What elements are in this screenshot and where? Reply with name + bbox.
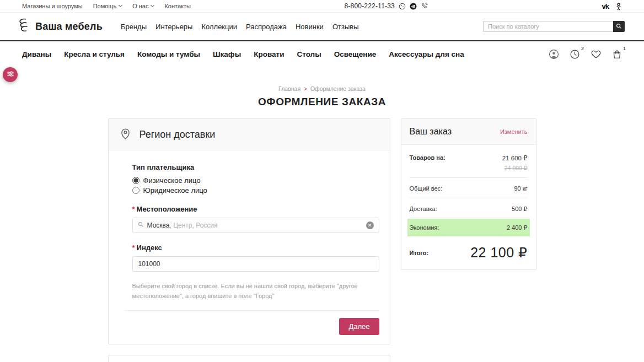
chevron-down-icon [151, 3, 154, 7]
region-panel: Регион доставки Тип плательщика Физическ… [108, 118, 390, 344]
cat-link-beds[interactable]: Кровати [254, 50, 284, 58]
topbar-link-about[interactable]: О нас [132, 3, 154, 9]
order-row-label: Товаров на: [410, 154, 446, 171]
order-delivery-value: 500 ₽ [512, 206, 527, 213]
page-title: ОФОРМЛЕНИЕ ЗАКАЗА [0, 96, 644, 108]
breadcrumb-current: Оформление заказа [310, 85, 366, 92]
topbar-link-stores[interactable]: Магазины и шоурумы [22, 3, 83, 9]
location-pin-icon [120, 127, 131, 142]
cart-icon[interactable]: 1 [612, 49, 622, 60]
order-weight-value: 90 кг [514, 185, 527, 192]
order-savings-value: 2 400 ₽ [507, 224, 528, 231]
topbar-link-help[interactable]: Помощь [93, 3, 122, 9]
order-total-row: Итого: 22 100 ₽ [410, 236, 528, 269]
radio-legal-label: Юридическое лицо [143, 186, 207, 194]
delivery-panel[interactable]: Доставка [108, 355, 390, 362]
odnoklassniki-icon[interactable] [615, 2, 622, 10]
order-row-items-total: Товаров на: 21 600 ₽ 24 000 ₽ [410, 147, 528, 178]
category-links: Диваны Кресла и стулья Комоды и тумбы Шк… [22, 50, 464, 58]
order-row-label: Доставка: [410, 206, 437, 213]
account-icon[interactable] [549, 49, 559, 60]
order-row-weight: Общий вес: 90 кг [410, 178, 528, 198]
radio-legal[interactable]: Юридическое лицо [132, 186, 379, 194]
region-form: Тип плательщика Физическое лицо Юридичес… [109, 150, 390, 344]
region-panel-header: Регион доставки [109, 119, 390, 150]
nav-link-new[interactable]: Новинки [296, 23, 324, 31]
nav-link-collections[interactable]: Коллекции [201, 23, 237, 31]
payer-type-radios: Физическое лицо Юридическое лицо [132, 176, 379, 194]
checkout-steps-column: Регион доставки Тип плательщика Физическ… [108, 118, 390, 362]
header-action-icons: 2 1 [549, 49, 622, 60]
region-panel-footer: Далее [125, 310, 379, 344]
postal-index-input[interactable] [132, 256, 379, 272]
order-summary-body: Товаров на: 21 600 ₽ 24 000 ₽ Общий вес:… [401, 145, 536, 269]
radio-individual-label: Физическое лицо [143, 176, 201, 185]
floating-settings-button[interactable] [3, 67, 18, 82]
search-bar [483, 21, 625, 32]
phone-group: 8-800-222-11-33 [344, 2, 428, 10]
cat-link-chairs[interactable]: Кресла и стулья [64, 50, 125, 58]
checkout-main: Регион доставки Тип плательщика Физическ… [0, 118, 644, 362]
edit-order-link[interactable]: Изменить [500, 128, 528, 135]
order-row-savings: Экономия: 2 400 ₽ [407, 219, 530, 236]
order-total-label: Итого: [410, 250, 429, 256]
history-badge: 2 [581, 46, 584, 51]
logo-icon [17, 18, 30, 36]
location-label: *Местоположение [132, 205, 379, 213]
next-button[interactable]: Далее [339, 318, 379, 335]
nav-link-brands[interactable]: Бренды [121, 23, 147, 31]
logo[interactable]: Ваша мебель [17, 18, 103, 36]
vk-icon[interactable]: vk [602, 2, 609, 10]
order-total-value: 22 100 ₽ [470, 245, 527, 261]
cat-link-wardrobes[interactable]: Шкафы [213, 50, 241, 58]
breadcrumb-separator: > [304, 86, 307, 92]
cat-link-sleep-accessories[interactable]: Аксессуары для сна [389, 50, 464, 58]
radio-individual-input[interactable] [132, 177, 139, 184]
cat-link-sofas[interactable]: Диваны [22, 50, 51, 58]
phone-number[interactable]: 8-800-222-11-33 [344, 2, 395, 10]
input-search-icon [138, 221, 144, 229]
topbar-links: Магазины и шоурумы Помощь О нас Контакты [22, 3, 191, 9]
radio-individual[interactable]: Физическое лицо [132, 176, 379, 185]
cart-badge: 1 [623, 46, 626, 51]
nav-link-reviews[interactable]: Отзывы [332, 23, 359, 31]
chevron-down-icon [119, 3, 122, 7]
order-row-label: Экономия: [410, 224, 439, 231]
order-summary-title: Ваш заказ [410, 127, 452, 137]
region-panel-title: Регион доставки [139, 129, 216, 141]
search-button[interactable] [613, 21, 625, 32]
viewed-history-icon[interactable]: 2 [570, 49, 580, 60]
order-summary-panel: Ваш заказ Изменить Товаров на: 21 600 ₽ … [401, 118, 536, 270]
telegram-icon[interactable] [410, 3, 417, 10]
favorites-heart-icon[interactable] [591, 49, 602, 60]
radio-legal-input[interactable] [132, 187, 139, 194]
order-summary-column: Ваш заказ Изменить Товаров на: 21 600 ₽ … [401, 118, 536, 270]
nav-link-sale[interactable]: Распродажа [246, 23, 287, 31]
search-input[interactable] [483, 21, 613, 32]
topbar: Магазины и шоурумы Помощь О нас Контакты… [0, 0, 644, 13]
cat-link-tables[interactable]: Столы [297, 50, 321, 58]
required-mark: * [132, 205, 135, 213]
topbar-link-contacts[interactable]: Контакты [164, 3, 191, 9]
breadcrumb: Главная>Оформление заказа [0, 85, 644, 92]
callback-phone-icon[interactable] [421, 2, 428, 10]
order-row-values: 21 600 ₽ 24 000 ₽ [502, 154, 528, 171]
order-items-price: 21 600 ₽ [502, 154, 528, 162]
breadcrumb-home[interactable]: Главная [278, 85, 300, 92]
whatsapp-icon[interactable] [399, 3, 406, 10]
cat-link-lighting[interactable]: Освещение [334, 50, 377, 58]
order-summary-header: Ваш заказ Изменить [401, 119, 536, 145]
location-input[interactable]: Москва , Центр, Россия ✕ [132, 218, 379, 233]
logo-text: Ваша мебель [35, 21, 103, 33]
cat-link-dressers[interactable]: Комоды и тумбы [137, 50, 200, 58]
header: Ваша мебель Бренды Интерьеры Коллекции Р… [0, 13, 644, 41]
social-icons: vk [602, 2, 622, 10]
category-nav: Диваны Кресла и стулья Комоды и тумбы Шк… [0, 41, 644, 67]
nav-link-interiors[interactable]: Интерьеры [155, 23, 192, 31]
clear-location-icon[interactable]: ✕ [366, 221, 374, 229]
city-selection-note: Выберите свой город в списке. Если вы не… [132, 281, 378, 301]
order-row-label: Общий вес: [410, 185, 443, 192]
order-items-old-price: 24 000 ₽ [502, 165, 528, 171]
sliders-icon [7, 70, 14, 80]
location-region-hint: , Центр, Россия [169, 221, 217, 229]
